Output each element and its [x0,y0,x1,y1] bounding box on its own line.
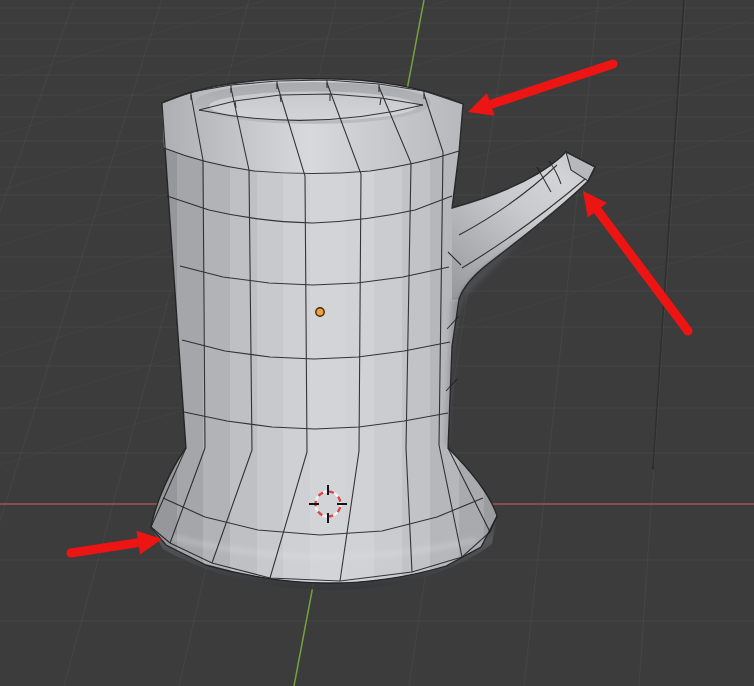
mug-inner-floor [209,92,417,121]
viewport-3d[interactable] [0,0,754,686]
object-origin-point [316,308,324,316]
